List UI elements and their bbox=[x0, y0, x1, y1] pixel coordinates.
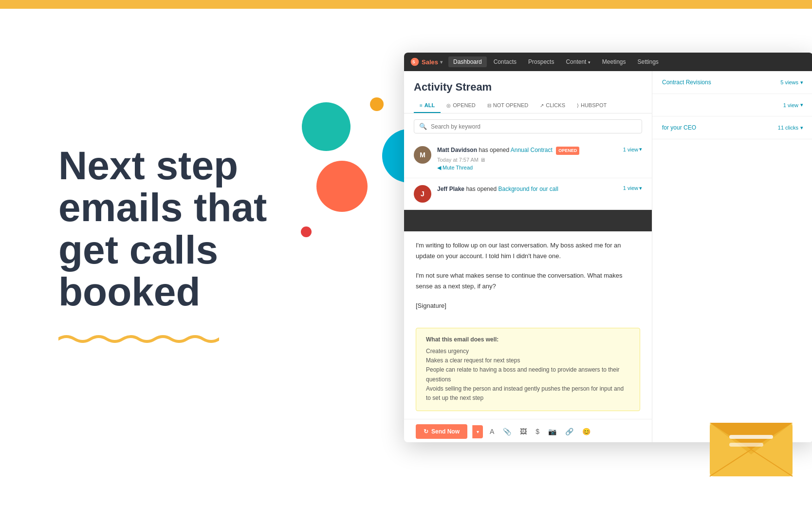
nav-item-contacts[interactable]: Contacts bbox=[489, 56, 521, 67]
tip-item-3: People can relate to having a boss and n… bbox=[426, 365, 630, 384]
image-icon[interactable]: 🖼 bbox=[518, 426, 529, 437]
activity-item-1-meta: Today at 7:57 AM 🖥 bbox=[437, 157, 617, 163]
activity-item-2-views: 1 view ▾ bbox=[623, 185, 642, 191]
font-icon[interactable]: A bbox=[488, 426, 496, 437]
mute-thread-btn[interactable]: ◀ Mute Thread bbox=[437, 165, 617, 171]
circle-coral bbox=[316, 161, 368, 212]
email-toolbar: ↻ Send Now ▾ A 📎 🖼 $ 📷 🔗 😊 bbox=[404, 419, 652, 442]
search-input[interactable] bbox=[431, 123, 637, 130]
svg-rect-6 bbox=[729, 443, 763, 447]
nav-logo: S Sales ▾ bbox=[410, 57, 443, 67]
dark-banner bbox=[404, 210, 652, 231]
nav-item-prospects[interactable]: Prospects bbox=[523, 56, 559, 67]
hero-section: Next step emails that get calls booked bbox=[0, 9, 419, 508]
email-content: I'm writing to follow up on our last con… bbox=[404, 231, 652, 320]
email-body-line2: I'm not sure what makes sense to continu… bbox=[416, 270, 640, 292]
views-item-2: 1 view ▾ bbox=[652, 94, 812, 116]
hubspot-tab-icon: ⟩ bbox=[577, 103, 579, 108]
headline: Next step emails that get calls booked bbox=[58, 145, 331, 312]
circle-teal bbox=[302, 102, 351, 151]
activity-item-1-info: Matt Davidson has opened Annual Contract… bbox=[437, 146, 617, 171]
tip-item-4: Avoids selling the person and instead ge… bbox=[426, 384, 630, 403]
nav-logo-text: Sales bbox=[422, 58, 438, 66]
email-body-line1: I'm writing to follow up on our last con… bbox=[416, 240, 640, 262]
tab-opened[interactable]: ◎ OPENED bbox=[441, 98, 481, 113]
email-signature: [Signature] bbox=[416, 301, 640, 311]
tip-item-1: Creates urgency bbox=[426, 347, 630, 356]
top-accent-bar bbox=[0, 0, 812, 9]
envelope-illustration bbox=[705, 406, 797, 481]
avatar-jeff: J bbox=[414, 185, 431, 203]
main-panel: Activity Stream ≡ ALL ◎ OPENED ⊟ NOT OPE… bbox=[404, 71, 812, 442]
views-item-1: Contract Revisions 5 views ▾ bbox=[652, 71, 812, 94]
headline-line3: get calls bbox=[58, 227, 218, 272]
headline-line2: emails that bbox=[58, 185, 267, 229]
activity-item-2-text: Jeff Plake has opened Background for our… bbox=[437, 185, 617, 193]
send-icon: ↻ bbox=[424, 428, 428, 435]
send-now-button[interactable]: ↻ Send Now bbox=[416, 424, 467, 439]
clicks-tab-icon: ↗ bbox=[540, 103, 544, 108]
tab-clicks[interactable]: ↗ CLICKS bbox=[534, 98, 571, 113]
headline-line4: booked bbox=[58, 269, 201, 314]
tab-hubspot[interactable]: ⟩ HUBSPOT bbox=[571, 98, 612, 113]
emoji-icon[interactable]: 😊 bbox=[580, 426, 592, 437]
activity-item-1-views: 1 view ▾ bbox=[623, 146, 642, 152]
nav-item-settings[interactable]: Settings bbox=[633, 56, 664, 67]
activity-item-1-text: Matt Davidson has opened Annual Contract… bbox=[437, 146, 617, 155]
wavy-underline bbox=[58, 332, 219, 343]
tab-not-opened[interactable]: ⊟ NOT OPENED bbox=[481, 98, 535, 113]
views-link-3[interactable]: for your CEO bbox=[662, 124, 696, 131]
activity-title: Activity Stream bbox=[404, 71, 652, 98]
nav-item-meetings[interactable]: Meetings bbox=[597, 56, 631, 67]
opened-tab-icon: ◎ bbox=[446, 103, 451, 108]
activity-item-1: M Matt Davidson has opened Annual Contra… bbox=[404, 139, 652, 178]
svg-rect-5 bbox=[729, 435, 773, 439]
activity-item-2: J Jeff Plake has opened Background for o… bbox=[404, 178, 652, 210]
activity-item-2-info: Jeff Plake has opened Background for our… bbox=[437, 185, 617, 193]
tip-box: What this email does well: Creates urgen… bbox=[416, 328, 640, 411]
circle-orange-small bbox=[370, 97, 384, 111]
circle-red-small bbox=[301, 226, 312, 237]
send-dropdown-button[interactable]: ▾ bbox=[472, 425, 483, 438]
headline-line1: Next step bbox=[58, 143, 238, 188]
camera-icon[interactable]: 📷 bbox=[546, 426, 558, 437]
hubspot-mockup: S Sales ▾ Dashboard Contacts Prospects C… bbox=[404, 53, 812, 442]
avatar-matt: M bbox=[414, 146, 431, 164]
activity-stream-panel: Activity Stream ≡ ALL ◎ OPENED ⊟ NOT OPE… bbox=[404, 71, 652, 442]
views-item-3: for your CEO 11 clicks ▾ bbox=[652, 116, 812, 139]
attachment-icon[interactable]: 📎 bbox=[501, 426, 513, 437]
nav-item-dashboard[interactable]: Dashboard bbox=[448, 56, 487, 67]
tab-all[interactable]: ≡ ALL bbox=[414, 98, 441, 113]
dollar-icon[interactable]: $ bbox=[534, 426, 541, 437]
views-link-1[interactable]: Contract Revisions bbox=[662, 79, 711, 86]
tip-item-2: Makes a clear request for next steps bbox=[426, 356, 630, 365]
views-count-3: 11 clicks ▾ bbox=[778, 125, 803, 131]
activity-tabs: ≡ ALL ◎ OPENED ⊟ NOT OPENED ↗ CLICKS ⟩ bbox=[404, 98, 652, 113]
activity-item-1-link[interactable]: Annual Contract bbox=[511, 147, 553, 153]
nav-bar: S Sales ▾ Dashboard Contacts Prospects C… bbox=[404, 53, 812, 71]
link-icon[interactable]: 🔗 bbox=[563, 426, 575, 437]
opened-badge: OPENED bbox=[556, 147, 579, 155]
activity-item-2-link[interactable]: Background for our call bbox=[498, 186, 558, 192]
views-panel: Contract Revisions 5 views ▾ 1 view ▾ fo… bbox=[652, 71, 812, 442]
views-count-1: 5 views ▾ bbox=[780, 79, 803, 86]
all-tab-icon: ≡ bbox=[420, 103, 423, 108]
search-icon: 🔍 bbox=[419, 123, 427, 130]
nav-item-content[interactable]: Content ▾ bbox=[561, 56, 595, 67]
views-count-2: 1 view ▾ bbox=[783, 102, 803, 108]
search-bar[interactable]: 🔍 bbox=[414, 119, 642, 133]
svg-text:S: S bbox=[412, 59, 415, 64]
tip-box-title: What this email does well: bbox=[426, 336, 630, 343]
not-opened-tab-icon: ⊟ bbox=[487, 103, 491, 108]
